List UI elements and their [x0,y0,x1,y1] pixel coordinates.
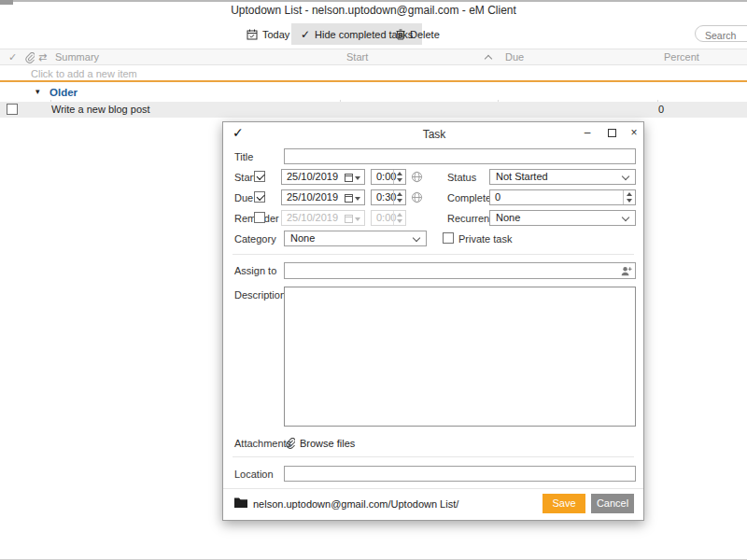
add-contact-icon[interactable] [620,265,632,277]
minimize-button[interactable]: – [580,126,595,141]
column-header-percent[interactable]: Percent [664,51,699,63]
start-enabled-checkbox[interactable] [254,171,265,182]
sort-ascending-icon [485,55,492,63]
reminder-date-picker: 25/10/2019 [281,210,365,226]
delete-label: Delete [410,29,440,40]
task-summary: Write a new blog post [51,104,150,115]
due-time-spinner[interactable]: 0:30 [371,189,406,205]
spinner-buttons[interactable] [393,170,405,184]
assign-to-label: Assign to [234,265,276,276]
cancel-button[interactable]: Cancel [591,494,634,513]
spinner-buttons[interactable] [623,190,635,204]
reminder-time-spinner: 0:00 [371,210,406,226]
delete-button[interactable]: Delete [390,24,445,44]
start-time-spinner[interactable]: 0:00 [371,169,406,185]
spin-down-icon [397,219,402,223]
status-value: Not Started [496,171,548,182]
check-icon: ✓ [301,28,310,41]
complete-label: Complete [447,192,491,203]
window-title: Uptodown List - nelson.uptodown@gmail.co… [0,4,747,17]
column-header-summary[interactable]: Summary [55,51,99,63]
paperclip-icon[interactable] [285,438,295,449]
spin-down-icon [397,199,402,203]
close-icon[interactable]: × [627,126,641,141]
task-list-header: ✓ ⇄ Summary Start Due Percent [0,49,747,65]
start-date-value: 25/10/2019 [287,171,338,182]
dropdown-arrow-icon [355,176,360,180]
due-date-value: 25/10/2019 [287,191,338,203]
recurrence-value: None [496,212,520,223]
start-date-picker[interactable]: 25/10/2019 [281,169,365,185]
task-percent: 0 [658,104,664,115]
spin-up-icon [397,213,402,217]
timezone-globe-icon[interactable] [411,191,423,203]
category-dropdown[interactable]: None [284,231,427,246]
attachment-column-icon[interactable] [24,52,35,63]
divider [223,488,643,489]
today-label: Today [262,29,289,40]
group-row-older[interactable]: ▾ Older [0,86,747,101]
spinner-buttons [393,211,405,225]
status-label: Status [447,172,476,183]
search-input[interactable] [705,28,747,43]
chevron-down-icon [622,214,629,221]
category-label: Category [234,233,276,245]
private-task-label: Private task [458,233,512,245]
search-box [695,25,747,42]
table-row[interactable]: Write a new blog post 0 [0,102,747,118]
location-input[interactable] [284,466,636,482]
app-window: Uptodown List - nelson.uptodown@gmail.co… [0,0,747,560]
column-header-start[interactable]: Start [346,51,368,63]
divider [233,254,634,255]
reminder-enabled-checkbox[interactable] [254,212,265,223]
description-textarea[interactable] [284,287,636,427]
recurrence-column-icon[interactable]: ⇄ [38,51,47,63]
assign-to-input[interactable] [284,262,636,279]
browse-files-link[interactable]: Browse files [300,438,355,449]
column-header-due[interactable]: Due [505,51,524,63]
title-input[interactable] [284,148,636,164]
dropdown-arrow-icon [355,197,360,201]
maximize-button[interactable] [604,126,619,141]
completed-column-icon[interactable]: ✓ [8,51,17,63]
calendar-icon [345,173,353,182]
maximize-icon [608,129,616,137]
chevron-down-icon [622,173,629,180]
calendar-icon [345,214,353,223]
add-new-item-row[interactable]: Click to add a new item [0,65,747,82]
status-dropdown[interactable]: Not Started [489,169,636,185]
due-enabled-checkbox[interactable] [254,191,265,203]
spin-down-icon [627,199,632,203]
chevron-down-icon [413,234,420,242]
spinner-buttons[interactable] [393,190,405,204]
spin-down-icon [397,178,402,182]
category-value: None [290,232,315,244]
description-label: Description [234,289,286,301]
spin-up-icon [627,192,632,196]
reminder-date-value: 25/10/2019 [287,212,338,223]
complete-value: 0 [495,191,500,203]
dropdown-arrow-icon [355,217,360,221]
complete-spinner[interactable]: 0 [489,189,636,205]
calendar-icon [247,29,258,40]
save-button[interactable]: Save [543,494,585,513]
today-button[interactable]: Today [241,24,295,44]
task-complete-checkbox[interactable] [7,104,18,115]
attachments-label: Attachments [234,438,291,449]
recurrence-dropdown[interactable]: None [489,210,636,226]
folder-path: nelson.uptodown@gmail.com/Uptodown List/ [253,498,458,510]
collapse-triangle-icon[interactable]: ▾ [35,87,40,96]
task-dialog: ✓ Task – × Title Start 25/10/2019 0:00 S… [222,121,644,521]
spin-up-icon [397,192,402,196]
divider [233,456,634,457]
private-task-checkbox[interactable] [443,232,454,244]
location-label: Location [234,469,274,480]
title-label: Title [234,151,253,162]
timezone-globe-icon[interactable] [411,171,423,183]
folder-icon [234,497,247,508]
window-top-edge [0,0,747,2]
due-label: Due [234,192,253,203]
start-label: Start [234,172,256,183]
due-date-picker[interactable]: 25/10/2019 [281,189,365,205]
add-new-item-placeholder: Click to add a new item [31,68,137,79]
